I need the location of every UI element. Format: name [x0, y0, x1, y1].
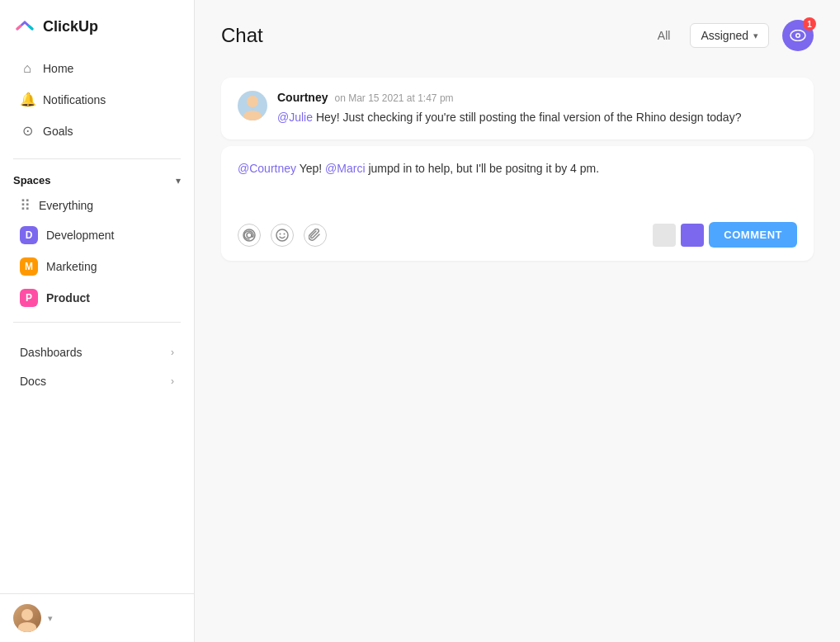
- user-chevron-icon[interactable]: ▾: [48, 613, 53, 624]
- message-body-text: Hey! Just checking if you're still posti…: [313, 111, 741, 124]
- message-text: @Julie Hey! Just checking if you're stil…: [277, 109, 797, 126]
- clickup-logo-icon: [13, 15, 36, 38]
- message-author: Courtney: [277, 91, 328, 104]
- format-button-2[interactable]: [681, 224, 704, 247]
- attachment-tool-button[interactable]: [304, 224, 327, 247]
- dashboards-chevron-icon: ›: [171, 347, 174, 358]
- at-icon: [243, 229, 256, 242]
- sidebar-item-marketing[interactable]: M Marketing: [7, 252, 187, 281]
- spaces-section-header[interactable]: Spaces ▾: [0, 168, 194, 191]
- filter-all-button[interactable]: All: [651, 26, 677, 45]
- sidebar-item-everything[interactable]: ⠿ Everything: [7, 192, 187, 219]
- sidebar-footer: ▾: [0, 593, 194, 642]
- comment-button[interactable]: COMMENT: [709, 222, 797, 248]
- filter-chevron-icon: ▾: [753, 31, 758, 41]
- sidebar-item-development[interactable]: D Development: [7, 220, 187, 250]
- filter-assigned-label: Assigned: [701, 29, 748, 42]
- sidebar-item-product[interactable]: P Product: [7, 283, 187, 313]
- development-label: Development: [46, 229, 115, 242]
- filter-assigned-dropdown[interactable]: Assigned ▾: [690, 23, 769, 48]
- reply-mention-2: @Marci: [325, 162, 365, 175]
- sidebar-item-notifications[interactable]: 🔔 Notifications: [7, 84, 187, 115]
- notifications-label: Notifications: [43, 93, 106, 106]
- home-icon: ⌂: [20, 61, 35, 76]
- spaces-chevron-icon: ▾: [176, 175, 181, 186]
- paperclip-icon: [309, 229, 322, 242]
- eye-icon: [790, 30, 806, 41]
- svg-point-4: [247, 233, 252, 238]
- dashboards-left: Dashboards: [20, 346, 83, 359]
- home-label: Home: [43, 62, 73, 75]
- watch-count-badge: 1: [803, 17, 816, 31]
- sidebar-item-home[interactable]: ⌂ Home: [7, 54, 187, 83]
- goals-label: Goals: [43, 125, 73, 138]
- sidebar-item-dashboards[interactable]: Dashboards ›: [7, 338, 187, 366]
- marketing-badge: M: [20, 257, 38, 276]
- message-time: on Mar 15 2021 at 1:47 pm: [334, 92, 453, 104]
- svg-point-6: [280, 233, 281, 234]
- logo-area[interactable]: ClickUp: [0, 0, 194, 50]
- format-button-1[interactable]: [653, 224, 676, 247]
- sidebar-nav: ⌂ Home 🔔 Notifications ⊙ Goals: [0, 50, 194, 150]
- grid-icon: ⠿: [20, 198, 31, 213]
- goals-icon: ⊙: [20, 123, 35, 139]
- sidebar-divider: [13, 158, 181, 159]
- docs-left: Docs: [20, 375, 46, 388]
- message-mention: @Julie: [277, 111, 313, 124]
- chat-messages: Courtney on Mar 15 2021 at 1:47 pm @Juli…: [195, 64, 840, 642]
- reply-footer: COMMENT: [238, 222, 797, 248]
- svg-point-7: [284, 233, 286, 234]
- svg-point-2: [797, 35, 800, 37]
- chat-header: Chat All Assigned ▾ 1: [195, 0, 840, 64]
- emoji-icon: [276, 229, 289, 242]
- message-header: Courtney on Mar 15 2021 at 1:47 pm: [277, 91, 797, 104]
- sidebar-item-docs[interactable]: Docs ›: [7, 367, 187, 395]
- reply-toolbar: [238, 224, 327, 247]
- sidebar-item-goals[interactable]: ⊙ Goals: [7, 116, 187, 146]
- spaces-title: Spaces: [13, 174, 51, 186]
- logo-text: ClickUp: [43, 18, 98, 35]
- everything-label: Everything: [39, 199, 93, 212]
- main-content: Chat All Assigned ▾ 1 Courtney on Mar 15…: [195, 0, 840, 642]
- svg-point-5: [276, 229, 288, 241]
- reply-text-2: jumpd in to help, but I'll be positng it…: [366, 162, 600, 175]
- reply-actions: COMMENT: [653, 222, 797, 248]
- emoji-tool-button[interactable]: [271, 224, 294, 247]
- reply-mention-1: @Courtney: [238, 162, 296, 175]
- page-title: Chat: [221, 24, 638, 47]
- product-label: Product: [46, 291, 90, 304]
- mention-tool-button[interactable]: [238, 224, 261, 247]
- reply-compose-box: @Courtney Yep! @Marci jumpd in to help, …: [221, 146, 814, 261]
- sidebar: ClickUp ⌂ Home 🔔 Notifications ⊙ Goals S…: [0, 0, 195, 642]
- docs-chevron-icon: ›: [171, 375, 174, 387]
- message-avatar: [238, 91, 267, 120]
- product-badge: P: [20, 289, 38, 307]
- watch-button[interactable]: 1: [782, 20, 814, 51]
- reply-text-1: Yep!: [296, 162, 325, 175]
- message-body: Courtney on Mar 15 2021 at 1:47 pm @Juli…: [277, 91, 797, 126]
- dashboards-label: Dashboards: [20, 346, 83, 359]
- development-badge: D: [20, 226, 38, 244]
- avatar[interactable]: [13, 604, 41, 632]
- sidebar-bottom-nav: Dashboards › Docs ›: [0, 338, 194, 396]
- reply-text-area[interactable]: @Courtney Yep! @Marci jumpd in to help, …: [238, 159, 797, 209]
- docs-label: Docs: [20, 375, 46, 388]
- message-bubble: Courtney on Mar 15 2021 at 1:47 pm @Juli…: [221, 78, 814, 139]
- sidebar-divider-2: [13, 322, 181, 323]
- bell-icon: 🔔: [20, 92, 35, 107]
- marketing-label: Marketing: [46, 260, 97, 273]
